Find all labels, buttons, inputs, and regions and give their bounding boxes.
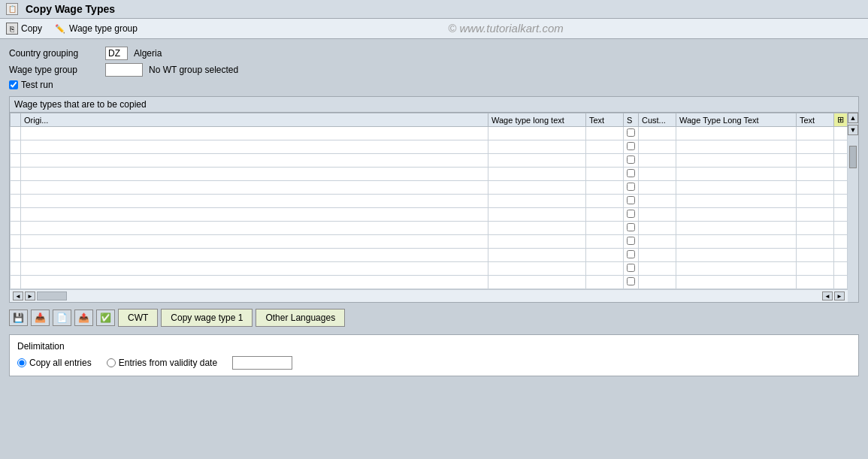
scroll-up-btn[interactable]: ▲: [848, 113, 858, 123]
row8-checkbox[interactable]: [627, 223, 635, 231]
toolbar: ⎘ Copy ✏️ Wage type group © www.tutorial…: [0, 19, 868, 39]
wage-type-group-label: Wage type group: [9, 65, 99, 75]
test-run-row: Test run: [9, 80, 859, 90]
cwt-btn[interactable]: CWT: [118, 309, 158, 327]
title-icon: 📋: [6, 3, 18, 15]
table-header-row: Origi... Wage type long text Text S Cust…: [11, 113, 848, 127]
row6-checkbox[interactable]: [627, 196, 635, 204]
copy-all-group: Copy all entries: [17, 358, 92, 368]
row5-checkbox[interactable]: [627, 183, 635, 191]
table-row: [11, 168, 848, 181]
bottom-toolbar: 💾 📥 📄 📤 ✅ CWT Copy wage type 1 Other Lan…: [9, 309, 859, 327]
copy-wage-btn[interactable]: Copy wage type 1: [161, 309, 253, 327]
copy-label: Copy: [21, 23, 42, 34]
table-row: [11, 195, 848, 208]
table-row: [11, 181, 848, 195]
col-s[interactable]: S: [624, 113, 639, 127]
row9-checkbox[interactable]: [627, 237, 635, 245]
col-selector: [11, 113, 21, 127]
col-wage-type-long-right[interactable]: Wage Type Long Text: [676, 113, 797, 127]
scrollbar-thumb[interactable]: [849, 146, 857, 168]
other-languages-label: Other Languages: [265, 313, 335, 323]
entries-validity-group: Entries from validity date: [107, 358, 217, 368]
country-grouping-row: Country grouping Algeria: [9, 47, 859, 60]
col-wage-type-long[interactable]: Wage type long text: [488, 113, 586, 127]
delimitation-row: Copy all entries Entries from validity d…: [17, 356, 851, 370]
copy-toolbar-item[interactable]: ⎘ Copy: [6, 23, 42, 35]
table-row: [11, 208, 848, 222]
entries-validity-label: Entries from validity date: [119, 358, 217, 368]
table-row: [11, 262, 848, 276]
table-row: [11, 140, 848, 154]
wage-type-group-label: Wage type group: [69, 23, 138, 34]
nav-scroll-right-btn[interactable]: ►: [834, 291, 845, 300]
test-run-label: Test run: [21, 80, 53, 90]
table-row: [11, 276, 848, 289]
upload-btn[interactable]: 📤: [74, 310, 93, 326]
save-btn[interactable]: 💾: [9, 310, 28, 326]
check-icon: ✅: [100, 313, 111, 323]
save-icon: 💾: [13, 313, 24, 323]
main-content: Country grouping Algeria Wage type group…: [0, 39, 868, 384]
col-settings[interactable]: ⊞: [834, 113, 848, 127]
country-grouping-label: Country grouping: [9, 48, 99, 59]
check-btn[interactable]: ✅: [96, 310, 115, 326]
row10-checkbox[interactable]: [627, 250, 635, 258]
right-scroll-area: ◄ ►: [822, 291, 845, 300]
row4-checkbox[interactable]: [627, 169, 635, 177]
nav-right-btn[interactable]: ►: [25, 291, 35, 300]
table-row: [11, 235, 848, 249]
country-grouping-input[interactable]: [105, 47, 128, 60]
save2-btn[interactable]: 📥: [31, 310, 50, 326]
copy-all-radio[interactable]: [17, 358, 26, 367]
table-row: [11, 154, 848, 168]
row3-checkbox[interactable]: [627, 156, 635, 164]
col-text[interactable]: Text: [586, 113, 624, 127]
copy-all-label: Copy all entries: [29, 358, 92, 368]
watermark: © www.tutorialkart.com: [150, 22, 862, 35]
wage-type-group-row: Wage type group No WT group selected: [9, 63, 859, 77]
nav-scroll-left-btn[interactable]: ◄: [822, 291, 833, 300]
title-bar: 📋 Copy Wage Types: [0, 0, 868, 19]
table-row: [11, 222, 848, 235]
validity-date-input[interactable]: [232, 356, 292, 370]
test-run-checkbox[interactable]: [9, 80, 18, 89]
col-original[interactable]: Origi...: [21, 113, 488, 127]
scroll-down-btn[interactable]: ▼: [848, 125, 858, 135]
save3-icon: 📄: [56, 313, 68, 323]
other-languages-btn[interactable]: Other Languages: [256, 309, 345, 327]
country-grouping-value: Algeria: [134, 48, 162, 59]
delimitation-title: Delimitation: [17, 341, 851, 352]
table-body: [11, 127, 848, 289]
col-text-right[interactable]: Text: [797, 113, 834, 127]
table-nav-row: ◄ ► ◄ ►: [10, 289, 848, 302]
table-section-title: Wage types that are to be copied: [10, 97, 858, 113]
table-row: [11, 127, 848, 140]
copy-wage-label: Copy wage type 1: [171, 313, 243, 323]
entries-validity-radio[interactable]: [107, 358, 116, 367]
upload-icon: 📤: [78, 313, 89, 323]
wage-types-table: Origi... Wage type long text Text S Cust…: [10, 113, 848, 289]
nav-spacer: [37, 291, 67, 300]
cwt-label: CWT: [128, 313, 148, 323]
nav-left-btn[interactable]: ◄: [13, 291, 23, 300]
edit-icon: ✏️: [54, 23, 66, 35]
row1-checkbox[interactable]: [627, 128, 635, 137]
table-row: [11, 249, 848, 262]
vertical-scrollbar[interactable]: ▲ ▼: [848, 113, 858, 302]
save-local-icon: 📥: [35, 313, 46, 323]
row12-checkbox[interactable]: [627, 277, 635, 285]
wage-type-group-input[interactable]: [105, 63, 143, 77]
wage-types-table-container: Wage types that are to be copied Origi..…: [9, 96, 859, 303]
wage-type-group-value: No WT group selected: [149, 65, 238, 75]
page-title: 📋 Copy Wage Types: [6, 3, 115, 15]
col-cust[interactable]: Cust...: [639, 113, 676, 127]
row7-checkbox[interactable]: [627, 210, 635, 218]
delimitation-box: Delimitation Copy all entries Entries fr…: [9, 334, 859, 376]
table-wrapper: Origi... Wage type long text Text S Cust…: [10, 113, 858, 302]
row11-checkbox[interactable]: [627, 264, 635, 272]
save3-btn[interactable]: 📄: [53, 310, 71, 326]
copy-icon: ⎘: [6, 23, 18, 35]
row2-checkbox[interactable]: [627, 142, 635, 150]
wage-type-group-toolbar-item[interactable]: ✏️ Wage type group: [54, 23, 138, 35]
